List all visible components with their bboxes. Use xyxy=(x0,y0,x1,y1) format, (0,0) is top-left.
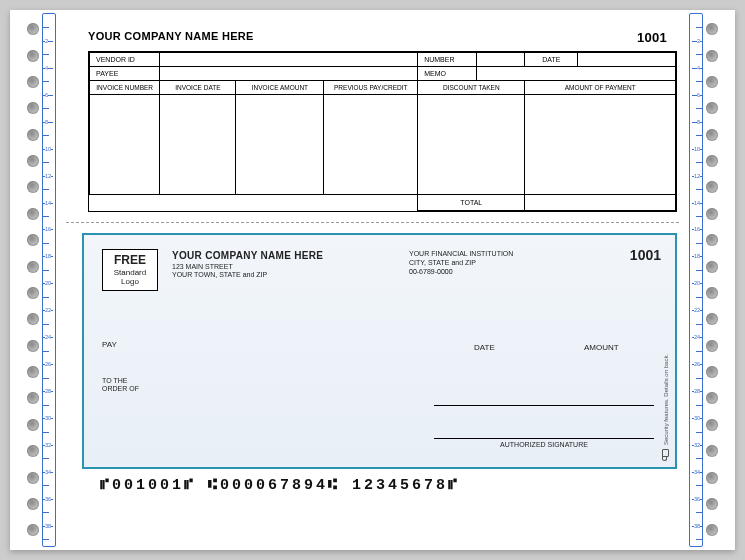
memo-label: MEMO xyxy=(418,67,477,81)
tractor-hole xyxy=(27,392,39,404)
tractor-hole xyxy=(706,129,718,141)
payee-label: PAYEE xyxy=(90,67,160,81)
ruler-number: 36 xyxy=(45,496,51,502)
ruler-number: 20 xyxy=(694,280,700,286)
tractor-hole xyxy=(706,366,718,378)
tractor-hole xyxy=(27,76,39,88)
security-strip: Security features. Details on back. xyxy=(661,275,671,457)
tractor-hole xyxy=(706,155,718,167)
col-invoice-amount: INVOICE AMOUNT xyxy=(236,81,324,95)
ruler-number: 26 xyxy=(694,361,700,367)
check-number: 1001 xyxy=(630,247,661,263)
ruler-left: 2468101214161820222426283032343638 xyxy=(42,13,56,547)
check-panel: FREE Standard Logo YOUR COMPANY NAME HER… xyxy=(82,233,677,469)
ruler-number: 24 xyxy=(694,334,700,340)
logo-free: FREE xyxy=(114,254,146,268)
ruler-number: 24 xyxy=(45,334,51,340)
tractor-hole xyxy=(27,50,39,62)
ruler-number: 16 xyxy=(694,226,700,232)
cell-prev-pay[interactable] xyxy=(324,95,418,195)
tractor-hole xyxy=(706,181,718,193)
voucher-stub: VENDOR ID NUMBER DATE PAYEE MEMO INVOICE… xyxy=(88,51,677,212)
ruler-number: 8 xyxy=(45,119,48,125)
logo-line3: Logo xyxy=(121,277,139,286)
ruler-number: 36 xyxy=(694,496,700,502)
tractor-hole xyxy=(706,313,718,325)
ruler-number: 32 xyxy=(45,442,51,448)
date-label: DATE xyxy=(525,53,578,67)
ruler-number: 20 xyxy=(45,280,51,286)
tractor-hole xyxy=(27,498,39,510)
ruler-number: 38 xyxy=(45,523,51,529)
ruler-number: 28 xyxy=(45,388,51,394)
signature-label: AUTHORIZED SIGNATURE xyxy=(500,441,588,448)
ruler-number: 22 xyxy=(694,307,700,313)
ruler-number: 28 xyxy=(694,388,700,394)
ruler-number: 18 xyxy=(694,253,700,259)
col-discount: DISCOUNT TAKEN xyxy=(418,81,525,95)
tractor-hole xyxy=(27,155,39,167)
ruler-number: 30 xyxy=(694,415,700,421)
ruler-number: 2 xyxy=(697,38,700,44)
voucher-number: 1001 xyxy=(637,30,673,45)
vendor-id-field[interactable] xyxy=(160,53,418,67)
cell-invoice-number[interactable] xyxy=(90,95,160,195)
check-company-addr1: 123 MAIN STREET xyxy=(172,263,323,272)
ruler-number: 12 xyxy=(694,173,700,179)
tractor-hole xyxy=(706,76,718,88)
col-invoice-number: INVOICE NUMBER xyxy=(90,81,160,95)
check-company-block: YOUR COMPANY NAME HERE 123 MAIN STREET Y… xyxy=(172,250,323,280)
tractor-hole xyxy=(27,524,39,536)
tractor-hole xyxy=(706,50,718,62)
tractor-hole xyxy=(27,261,39,273)
tractor-hole xyxy=(27,287,39,299)
payee-field[interactable] xyxy=(160,67,418,81)
number-label: NUMBER xyxy=(418,53,477,67)
ruler-number: 14 xyxy=(694,200,700,206)
tractor-hole xyxy=(706,419,718,431)
tractor-hole xyxy=(706,472,718,484)
number-field[interactable] xyxy=(476,53,525,67)
ruler-number: 34 xyxy=(694,469,700,475)
ruler-number: 26 xyxy=(45,361,51,367)
continuous-form-paper: 2468101214161820222426283032343638 24681… xyxy=(10,10,735,550)
cell-discount[interactable] xyxy=(418,95,525,195)
ruler-number: 16 xyxy=(45,226,51,232)
tractor-hole xyxy=(27,102,39,114)
order-line2: ORDER OF xyxy=(102,385,139,392)
ruler-number: 12 xyxy=(45,173,51,179)
check-bank-name: YOUR FINANCIAL INSTITUTION xyxy=(409,250,513,259)
cell-amount-payment[interactable] xyxy=(525,95,676,195)
check-date-label: DATE xyxy=(474,343,495,352)
date-field[interactable] xyxy=(578,53,676,67)
cell-invoice-amount[interactable] xyxy=(236,95,324,195)
ruler-number: 4 xyxy=(697,65,700,71)
ruler-number: 8 xyxy=(697,119,700,125)
check-bank-routing: 00-6789-0000 xyxy=(409,268,513,277)
total-label: TOTAL xyxy=(418,195,525,211)
ruler-number: 18 xyxy=(45,253,51,259)
check-bank-addr: CITY, STATE and ZIP xyxy=(409,259,513,268)
tractor-hole xyxy=(706,392,718,404)
ruler-number: 32 xyxy=(694,442,700,448)
order-of-label: TO THE ORDER OF xyxy=(102,377,139,392)
tractor-hole xyxy=(27,366,39,378)
total-field[interactable] xyxy=(525,195,676,211)
check-company-name: YOUR COMPANY NAME HERE xyxy=(172,250,323,263)
tractor-hole xyxy=(706,102,718,114)
tractor-hole xyxy=(27,129,39,141)
ruler-number: 4 xyxy=(45,65,48,71)
form-content: YOUR COMPANY NAME HERE 1001 VENDOR ID NU… xyxy=(62,16,683,544)
security-text: Security features. Details on back. xyxy=(663,354,669,445)
ruler-number: 6 xyxy=(697,92,700,98)
memo-field[interactable] xyxy=(476,67,675,81)
ruler-number: 14 xyxy=(45,200,51,206)
tractor-hole xyxy=(27,419,39,431)
cell-invoice-date[interactable] xyxy=(160,95,236,195)
logo-line2: Standard xyxy=(114,268,146,277)
tractor-hole xyxy=(27,208,39,220)
tractor-hole xyxy=(27,23,39,35)
vendor-id-label: VENDOR ID xyxy=(90,53,160,67)
tractor-hole xyxy=(27,340,39,352)
micr-line: ⑈001001⑈ ⑆000067894⑆ 12345678⑈ xyxy=(100,477,683,494)
